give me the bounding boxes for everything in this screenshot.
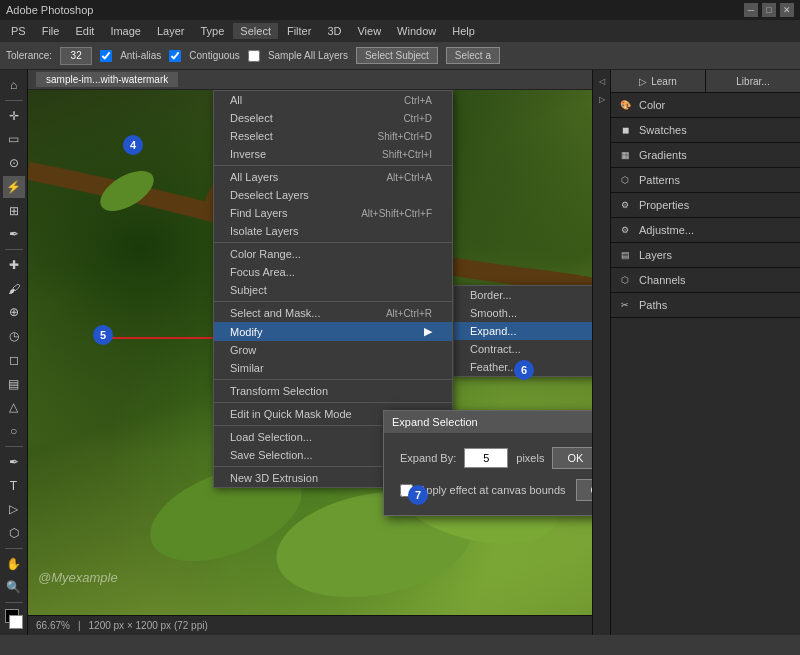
- adjustments-panel-header[interactable]: ⚙ Adjustme...: [611, 218, 800, 242]
- menu-ps[interactable]: PS: [4, 23, 33, 39]
- badge-5: 5: [93, 325, 113, 345]
- contiguous-checkbox[interactable]: [169, 50, 181, 62]
- menu-grow[interactable]: Grow: [214, 341, 452, 359]
- canvas-area[interactable]: @Myexample 4 5 6: [28, 90, 592, 615]
- menu-type[interactable]: Type: [194, 23, 232, 39]
- menu-all-layers[interactable]: All Layers Alt+Ctrl+A: [214, 168, 452, 186]
- menu-similar[interactable]: Similar: [214, 359, 452, 377]
- tolerance-input[interactable]: [60, 47, 92, 65]
- sep3: [214, 301, 452, 302]
- menu-window[interactable]: Window: [390, 23, 443, 39]
- menu-file[interactable]: File: [35, 23, 67, 39]
- background-color[interactable]: [9, 615, 23, 629]
- right-panel: ▷ Learn Librar... 🎨 Color ◼ Swatches ▦ G…: [610, 70, 800, 635]
- blur-tool[interactable]: △: [3, 397, 25, 419]
- canvas-tab[interactable]: sample-im...with-watermark: [36, 72, 178, 87]
- libraries-tab[interactable]: Librar...: [705, 70, 800, 92]
- menu-modify[interactable]: Modify ▶: [214, 322, 452, 341]
- layers-icon: ▤: [617, 247, 633, 263]
- eyedropper-tool[interactable]: ✒: [3, 223, 25, 245]
- zoom-tool[interactable]: 🔍: [3, 577, 25, 599]
- text-tool[interactable]: T: [3, 475, 25, 497]
- submenu-expand[interactable]: Expand...: [454, 322, 592, 340]
- history-tool[interactable]: ◷: [3, 325, 25, 347]
- hand-tool[interactable]: ✋: [3, 553, 25, 575]
- properties-panel-header[interactable]: ⚙ Properties: [611, 193, 800, 217]
- menu-select[interactable]: Select: [233, 23, 278, 39]
- menu-inverse[interactable]: Inverse Shift+Ctrl+I: [214, 145, 452, 163]
- crop-tool[interactable]: ⊞: [3, 200, 25, 222]
- paths-section: ✂ Paths: [611, 293, 800, 318]
- submenu-contract[interactable]: Contract...: [454, 340, 592, 358]
- expand-by-input[interactable]: [464, 448, 508, 468]
- select-and-button[interactable]: Select a: [446, 47, 500, 64]
- swatches-panel-header[interactable]: ◼ Swatches: [611, 118, 800, 142]
- sample-all-label: Sample All Layers: [268, 50, 348, 61]
- sample-all-checkbox[interactable]: [248, 50, 260, 62]
- layers-label: Layers: [639, 249, 672, 261]
- menu-select-and-mask[interactable]: Select and Mask... Alt+Ctrl+R: [214, 304, 452, 322]
- shape-tool[interactable]: ⬡: [3, 522, 25, 544]
- menu-transform-selection[interactable]: Transform Selection: [214, 382, 452, 400]
- menu-view[interactable]: View: [350, 23, 388, 39]
- lasso-tool[interactable]: ⊙: [3, 152, 25, 174]
- submenu-smooth[interactable]: Smooth...: [454, 304, 592, 322]
- menu-subject[interactable]: Subject: [214, 281, 452, 299]
- brush-tool[interactable]: 🖌: [3, 278, 25, 300]
- apply-effect-label: Apply effect at canvas bounds: [419, 484, 566, 496]
- menu-3d[interactable]: 3D: [320, 23, 348, 39]
- magic-wand-tool[interactable]: ⚡: [3, 176, 25, 198]
- submenu-border[interactable]: Border...: [454, 286, 592, 304]
- menu-focus-area[interactable]: Focus Area...: [214, 263, 452, 281]
- marquee-tool[interactable]: ▭: [3, 128, 25, 150]
- gradients-label: Gradients: [639, 149, 687, 161]
- learn-tab[interactable]: ▷ Learn: [611, 70, 705, 92]
- channels-panel-header[interactable]: ⬡ Channels: [611, 268, 800, 292]
- path-tool[interactable]: ▷: [3, 498, 25, 520]
- minimize-button[interactable]: ─: [744, 3, 758, 17]
- tool-divider-5: [5, 602, 23, 603]
- color-swatches: [3, 609, 25, 631]
- gradients-panel-header[interactable]: ▦ Gradients: [611, 143, 800, 167]
- menu-reselect[interactable]: Reselect Shift+Ctrl+D: [214, 127, 452, 145]
- image-dimensions: 1200 px × 1200 px (72 ppi): [89, 620, 208, 631]
- dodge-tool[interactable]: ○: [3, 420, 25, 442]
- gradient-tool[interactable]: ▤: [3, 373, 25, 395]
- menu-layer[interactable]: Layer: [150, 23, 192, 39]
- select-subject-button[interactable]: Select Subject: [356, 47, 438, 64]
- antialias-checkbox[interactable]: [100, 50, 112, 62]
- home-tool[interactable]: ⌂: [3, 74, 25, 96]
- color-panel-header[interactable]: 🎨 Color: [611, 93, 800, 117]
- tool-divider-3: [5, 446, 23, 447]
- move-tool[interactable]: ✛: [3, 105, 25, 127]
- menu-find-layers[interactable]: Find Layers Alt+Shift+Ctrl+F: [214, 204, 452, 222]
- menu-color-range[interactable]: Color Range...: [214, 245, 452, 263]
- pen-tool[interactable]: ✒: [3, 451, 25, 473]
- restore-button[interactable]: □: [762, 3, 776, 17]
- menu-isolate-layers[interactable]: Isolate Layers: [214, 222, 452, 240]
- color-section: 🎨 Color: [611, 93, 800, 118]
- clone-tool[interactable]: ⊕: [3, 302, 25, 324]
- layers-panel-header[interactable]: ▤ Layers: [611, 243, 800, 267]
- menu-all[interactable]: All Ctrl+A: [214, 91, 452, 109]
- menu-image[interactable]: Image: [103, 23, 148, 39]
- close-button[interactable]: ✕: [780, 3, 794, 17]
- cancel-button[interactable]: Cancel: [576, 479, 592, 501]
- heal-tool[interactable]: ✚: [3, 254, 25, 276]
- mini-btn-1[interactable]: ◁: [595, 74, 609, 88]
- sep4: [214, 379, 452, 380]
- patterns-panel-header[interactable]: ⬡ Patterns: [611, 168, 800, 192]
- menu-filter[interactable]: Filter: [280, 23, 318, 39]
- menu-help[interactable]: Help: [445, 23, 482, 39]
- menu-edit[interactable]: Edit: [68, 23, 101, 39]
- canvas-tab-bar: sample-im...with-watermark: [28, 70, 592, 90]
- menu-deselect-layers[interactable]: Deselect Layers: [214, 186, 452, 204]
- eraser-tool[interactable]: ◻: [3, 349, 25, 371]
- badge-4: 4: [123, 135, 143, 155]
- adjustments-icon: ⚙: [617, 222, 633, 238]
- mini-btn-2[interactable]: ▷: [595, 92, 609, 106]
- menu-deselect[interactable]: Deselect Ctrl+D: [214, 109, 452, 127]
- ok-button[interactable]: OK: [552, 447, 592, 469]
- adjustments-label: Adjustme...: [639, 224, 694, 236]
- paths-panel-header[interactable]: ✂ Paths: [611, 293, 800, 317]
